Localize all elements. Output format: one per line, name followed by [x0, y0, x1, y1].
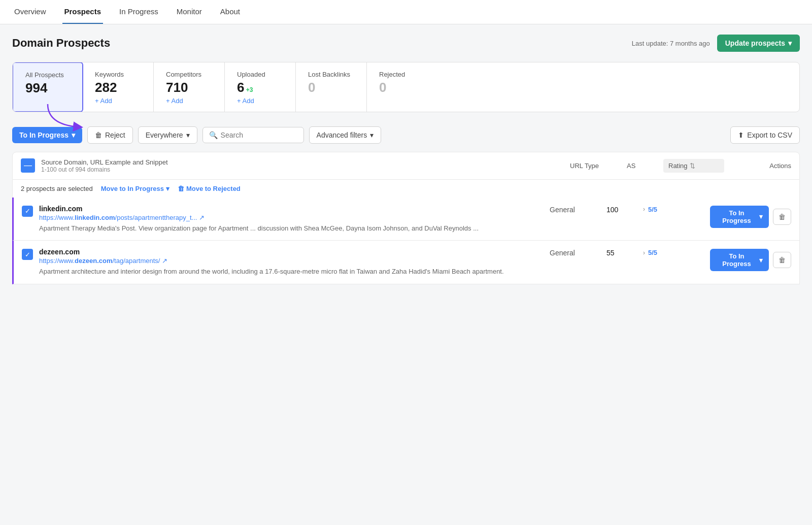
row-actions: To In Progress ▾🗑: [710, 205, 791, 228]
chevron-down-icon: ▾: [166, 185, 170, 192]
chevron-down-icon: ▾: [72, 131, 75, 139]
row-as-score: 55: [606, 248, 637, 257]
category-label: Uploaded: [237, 71, 283, 78]
toolbar-section: To In Progress ▾ 🗑 Reject Everywhere ▾ 🔍…: [12, 126, 800, 144]
category-count: 6 +3: [237, 80, 283, 95]
category-label: Rejected: [379, 71, 426, 78]
url-bold: dezeen.com: [75, 257, 112, 265]
category-add-link[interactable]: + Add: [237, 97, 283, 105]
table-row: ✓linkedin.comhttps://www.linkedin.com/po…: [12, 198, 800, 241]
category-cards: All Prospects994Keywords282+ AddCompetit…: [12, 62, 800, 112]
chevron-down-icon: ▾: [788, 39, 792, 47]
chevron-right-icon: ›: [643, 206, 645, 213]
select-all-checkbox[interactable]: —: [21, 158, 35, 173]
external-link-icon[interactable]: ↗: [162, 257, 167, 265]
domain-count-label: 1-100 out of 994 domains: [41, 166, 564, 173]
url-bold: linkedin.com: [75, 214, 115, 221]
search-input[interactable]: [221, 131, 297, 139]
advanced-filters-label: Advanced filters: [317, 131, 367, 139]
move-to-rejected-label: Move to Rejected: [186, 185, 241, 192]
row-checkbox[interactable]: ✓: [22, 249, 33, 260]
as-column-header: AS: [627, 162, 657, 170]
page-title: Domain Prospects: [12, 37, 110, 50]
everywhere-button[interactable]: Everywhere ▾: [138, 126, 197, 144]
nav-item-prospects[interactable]: Prospects: [62, 0, 104, 24]
category-label: All Prospects: [25, 71, 70, 79]
rating-value: 5/5: [648, 206, 657, 213]
row-content: linkedin.comhttps://www.linkedin.com/pos…: [39, 205, 544, 234]
actions-column-header: Actions: [730, 162, 791, 170]
category-add-link[interactable]: + Add: [95, 97, 141, 105]
category-count: 0: [379, 80, 426, 95]
row-domain: linkedin.com: [39, 205, 544, 213]
export-csv-button[interactable]: ⬆ Export to CSV: [730, 126, 800, 144]
main-content: Domain Prospects Last update: 7 months a…: [0, 24, 812, 525]
top-navigation: OverviewProspectsIn ProgressMonitorAbout: [0, 0, 812, 24]
rating-header-label: Rating: [668, 162, 688, 170]
row-delete-button[interactable]: 🗑: [773, 252, 791, 268]
prospect-rows: ✓linkedin.comhttps://www.linkedin.com/po…: [12, 198, 800, 284]
row-actions: To In Progress ▾🗑: [710, 248, 791, 271]
category-add-link[interactable]: + Add: [166, 97, 212, 105]
source-column-header: Source Domain, URL Example and Snippet 1…: [41, 158, 564, 173]
category-card-rejected[interactable]: Rejected0: [367, 62, 438, 112]
reject-label: Reject: [105, 131, 125, 139]
move-to-rejected-button[interactable]: 🗑 Move to Rejected: [178, 185, 241, 192]
row-to-in-progress-button[interactable]: To In Progress ▾: [710, 206, 769, 228]
search-wrapper: 🔍: [202, 127, 304, 143]
row-snippet: Apartment architecture and interior desi…: [39, 267, 544, 277]
url-text: https://www.dezeen.com/tag/apartments/: [39, 257, 160, 265]
move-to-in-progress-button[interactable]: Move to In Progress ▾: [101, 185, 170, 192]
source-header-label: Source Domain, URL Example and Snippet: [41, 158, 564, 166]
advanced-filters-button[interactable]: Advanced filters ▾: [309, 126, 382, 144]
rating-value: 5/5: [648, 249, 657, 256]
selection-bar: 2 prospects are selected Move to In Prog…: [12, 180, 800, 198]
toolbar: To In Progress ▾ 🗑 Reject Everywhere ▾ 🔍…: [12, 126, 800, 144]
row-to-in-progress-button[interactable]: To In Progress ▾: [710, 249, 769, 271]
to-in-progress-button[interactable]: To In Progress ▾: [12, 127, 82, 143]
chevron-right-icon: ›: [643, 249, 645, 256]
category-label: Competitors: [166, 71, 212, 78]
table-row: ✓dezeen.comhttps://www.dezeen.com/tag/ap…: [12, 241, 800, 284]
row-delete-button[interactable]: 🗑: [773, 209, 791, 225]
header-right: Last update: 7 months ago Update prospec…: [632, 35, 800, 52]
nav-item-overview[interactable]: Overview: [12, 0, 48, 24]
row-url: https://www.linkedin.com/posts/apartment…: [39, 214, 544, 221]
row-as-score: 100: [606, 205, 637, 214]
action-label: To In Progress: [716, 252, 757, 268]
row-url-type: General: [550, 205, 600, 214]
row-rating: ›5/5: [643, 205, 704, 213]
category-card-keywords[interactable]: Keywords282+ Add: [83, 62, 154, 112]
nav-item-monitor[interactable]: Monitor: [175, 0, 204, 24]
row-content: dezeen.comhttps://www.dezeen.com/tag/apa…: [39, 248, 544, 277]
chevron-down-icon: ▾: [370, 131, 374, 139]
category-count: 0: [308, 80, 354, 95]
search-icon: 🔍: [209, 131, 218, 139]
row-checkbox[interactable]: ✓: [22, 206, 33, 217]
action-label: To In Progress: [716, 209, 757, 224]
move-to-in-progress-label: Move to In Progress: [101, 185, 164, 192]
nav-item-in-progress[interactable]: In Progress: [117, 0, 160, 24]
update-prospects-button[interactable]: Update prospects ▾: [717, 35, 800, 52]
url-text: https://www.linkedin.com/posts/apartment…: [39, 214, 197, 221]
update-prospects-label: Update prospects: [725, 39, 785, 47]
row-url: https://www.dezeen.com/tag/apartments/ ↗: [39, 257, 544, 265]
external-link-icon[interactable]: ↗: [199, 214, 205, 221]
page-header: Domain Prospects Last update: 7 months a…: [12, 35, 800, 52]
sort-icon: ⇅: [690, 162, 695, 170]
category-card-lost-backlinks[interactable]: Lost Backlinks0: [296, 62, 367, 112]
row-url-type: General: [550, 248, 600, 257]
everywhere-label: Everywhere: [146, 131, 183, 139]
reject-button[interactable]: 🗑 Reject: [87, 126, 133, 144]
chevron-down-icon: ▾: [186, 131, 190, 139]
category-label: Keywords: [95, 71, 141, 78]
trash-icon: 🗑: [779, 256, 786, 264]
rating-column-header[interactable]: Rating ⇅: [663, 159, 724, 173]
nav-item-about[interactable]: About: [218, 0, 242, 24]
category-card-all-prospects[interactable]: All Prospects994: [12, 62, 83, 112]
category-card-uploaded[interactable]: Uploaded6 +3+ Add: [225, 62, 296, 112]
chevron-down-icon: ▾: [759, 213, 763, 220]
category-card-competitors[interactable]: Competitors710+ Add: [154, 62, 225, 112]
row-rating: ›5/5: [643, 248, 704, 256]
selection-count-text: 2 prospects are selected: [21, 185, 93, 192]
